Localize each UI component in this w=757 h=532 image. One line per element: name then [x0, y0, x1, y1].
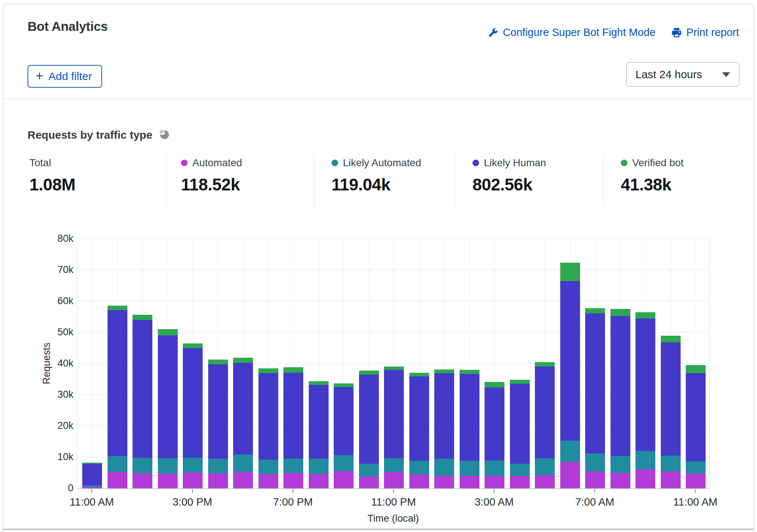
- bar-segment-verified-bot[interactable]: [460, 370, 479, 374]
- bar-segment-automated[interactable]: [686, 474, 706, 488]
- bar-segment-automated[interactable]: [510, 476, 530, 488]
- bar-11-00-pm[interactable]: [384, 366, 404, 488]
- bar-segment-likely-automated[interactable]: [283, 459, 303, 473]
- bar-segment-likely-human[interactable]: [334, 387, 354, 455]
- bar-segment-likely-automated[interactable]: [133, 458, 152, 474]
- bar-3-00-am[interactable]: [485, 382, 504, 488]
- bar-segment-likely-human[interactable]: [686, 373, 706, 461]
- bar-segment-verified-bot[interactable]: [434, 369, 454, 373]
- bar-7-00-am[interactable]: [585, 308, 605, 488]
- bar-segment-likely-automated[interactable]: [560, 441, 580, 462]
- bar-segment-verified-bot[interactable]: [535, 362, 555, 367]
- bar-segment-automated[interactable]: [635, 469, 655, 488]
- stat-likely-automated[interactable]: Likely Automated119.04k: [332, 157, 421, 194]
- bar-segment-likely-automated[interactable]: [661, 456, 681, 471]
- bar-segment-likely-human[interactable]: [611, 316, 630, 456]
- bar-segment-likely-automated[interactable]: [510, 464, 530, 476]
- bar-segment-verified-bot[interactable]: [82, 463, 102, 464]
- bar-1-00-am[interactable]: [434, 369, 454, 488]
- bar-4-00-am[interactable]: [510, 380, 530, 488]
- bar-segment-automated[interactable]: [309, 474, 329, 488]
- bar-segment-verified-bot[interactable]: [359, 371, 379, 375]
- bar-11-00-am[interactable]: [82, 463, 102, 488]
- bar-segment-likely-human[interactable]: [560, 281, 580, 441]
- bar-segment-verified-bot[interactable]: [585, 308, 605, 313]
- bar-segment-likely-human[interactable]: [283, 373, 303, 459]
- bar-segment-likely-human[interactable]: [409, 376, 429, 461]
- bar-5-00-pm[interactable]: [233, 357, 253, 488]
- bar-segment-likely-human[interactable]: [158, 335, 178, 459]
- bar-segment-verified-bot[interactable]: [158, 329, 178, 335]
- bar-12-00-am[interactable]: [409, 372, 429, 488]
- bar-segment-automated[interactable]: [208, 473, 228, 488]
- bar-segment-likely-human[interactable]: [133, 320, 152, 458]
- add-filter-button[interactable]: + Add filter: [28, 65, 102, 88]
- bar-segment-likely-automated[interactable]: [309, 459, 329, 474]
- bar-segment-likely-human[interactable]: [258, 373, 278, 459]
- bar-segment-likely-human[interactable]: [510, 384, 530, 464]
- bar-segment-verified-bot[interactable]: [485, 382, 504, 387]
- bar-segment-automated[interactable]: [158, 474, 178, 488]
- bar-10-00-pm[interactable]: [359, 370, 379, 488]
- bar-segment-likely-automated[interactable]: [158, 458, 178, 474]
- bar-segment-likely-automated[interactable]: [434, 459, 454, 476]
- bar-segment-automated[interactable]: [409, 474, 429, 488]
- bar-segment-likely-human[interactable]: [434, 373, 454, 459]
- bar-segment-verified-bot[interactable]: [258, 368, 278, 374]
- bar-11-00-am[interactable]: [686, 365, 706, 488]
- bar-segment-verified-bot[interactable]: [208, 360, 228, 364]
- bar-segment-likely-automated[interactable]: [108, 456, 127, 472]
- bar-segment-verified-bot[interactable]: [108, 306, 127, 310]
- bar-segment-automated[interactable]: [560, 462, 580, 488]
- bar-6-00-pm[interactable]: [258, 368, 278, 488]
- bar-segment-likely-human[interactable]: [82, 464, 102, 485]
- bar-segment-verified-bot[interactable]: [233, 358, 253, 363]
- bar-segment-likely-automated[interactable]: [82, 485, 102, 487]
- bar-segment-verified-bot[interactable]: [560, 263, 580, 281]
- stat-likely-human[interactable]: Likely Human802.56k: [472, 157, 546, 194]
- bar-segment-likely-automated[interactable]: [258, 460, 278, 474]
- bar-8-00-pm[interactable]: [309, 381, 329, 488]
- bar-segment-verified-bot[interactable]: [283, 367, 303, 372]
- bar-segment-likely-automated[interactable]: [183, 458, 203, 473]
- bar-7-00-pm[interactable]: [283, 367, 303, 488]
- bar-segment-verified-bot[interactable]: [409, 373, 429, 376]
- bar-8-00-am[interactable]: [611, 309, 630, 488]
- bar-segment-likely-automated[interactable]: [635, 451, 655, 469]
- bar-segment-likely-human[interactable]: [661, 342, 681, 456]
- bar-segment-likely-automated[interactable]: [485, 460, 504, 476]
- print-report-link[interactable]: Print report: [671, 26, 739, 39]
- bar-segment-likely-human[interactable]: [309, 385, 329, 459]
- bar-segment-verified-bot[interactable]: [334, 383, 354, 387]
- bar-segment-automated[interactable]: [460, 476, 479, 488]
- bar-segment-likely-human[interactable]: [233, 363, 253, 455]
- bar-segment-verified-bot[interactable]: [686, 365, 706, 373]
- bar-segment-verified-bot[interactable]: [133, 315, 152, 320]
- bar-segment-likely-human[interactable]: [359, 375, 379, 464]
- bar-segment-automated[interactable]: [108, 472, 127, 488]
- bar-segment-likely-automated[interactable]: [460, 461, 479, 476]
- bar-segment-likely-human[interactable]: [384, 370, 404, 458]
- bar-segment-likely-automated[interactable]: [611, 456, 630, 473]
- bar-segment-likely-human[interactable]: [635, 318, 655, 451]
- bar-segment-automated[interactable]: [283, 473, 303, 488]
- bar-segment-automated[interactable]: [334, 471, 354, 488]
- bar-segment-automated[interactable]: [384, 472, 404, 488]
- bar-5-00-am[interactable]: [535, 362, 555, 488]
- bar-segment-automated[interactable]: [233, 472, 253, 488]
- bar-segment-automated[interactable]: [485, 476, 504, 488]
- bar-segment-verified-bot[interactable]: [635, 312, 655, 318]
- bar-segment-likely-human[interactable]: [183, 348, 203, 458]
- bar-segment-automated[interactable]: [183, 473, 203, 488]
- bar-segment-automated[interactable]: [611, 473, 630, 488]
- bar-segment-automated[interactable]: [434, 476, 454, 488]
- bar-segment-likely-human[interactable]: [535, 367, 555, 459]
- bar-9-00-am[interactable]: [635, 312, 655, 488]
- bar-segment-automated[interactable]: [585, 471, 605, 488]
- bar-segment-verified-bot[interactable]: [661, 336, 681, 342]
- bar-segment-likely-automated[interactable]: [208, 459, 228, 473]
- stat-verified-bot[interactable]: Verified bot41.38k: [621, 157, 684, 194]
- bar-segment-verified-bot[interactable]: [183, 343, 203, 349]
- bar-segment-automated[interactable]: [133, 473, 152, 488]
- bar-segment-likely-automated[interactable]: [686, 461, 706, 474]
